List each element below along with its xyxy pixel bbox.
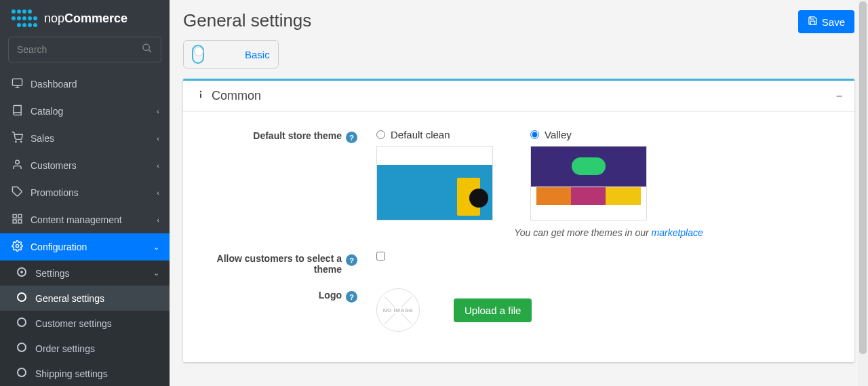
brand-logo[interactable]: nopCommerce bbox=[0, 0, 170, 37]
tags-icon bbox=[10, 186, 24, 199]
page-title: General settings bbox=[183, 10, 311, 31]
theme-option-valley[interactable]: Valley bbox=[530, 129, 647, 220]
svg-point-10 bbox=[22, 23, 26, 27]
chevron-left-icon: ‹ bbox=[157, 189, 159, 197]
svg-point-11 bbox=[28, 23, 32, 27]
nav-label: Order settings bbox=[35, 343, 95, 354]
sidebar-search[interactable] bbox=[8, 37, 161, 62]
svg-point-9 bbox=[17, 23, 21, 27]
nav-label: General settings bbox=[35, 293, 104, 304]
theme-preview-default-clean bbox=[376, 146, 493, 220]
nav-promotions[interactable]: Promotions‹ bbox=[0, 179, 170, 206]
book-icon bbox=[10, 104, 24, 118]
svg-point-18 bbox=[15, 141, 16, 142]
svg-point-19 bbox=[20, 141, 21, 142]
cart-icon bbox=[10, 132, 24, 145]
nav-order-settings[interactable]: Order settings bbox=[0, 336, 170, 361]
svg-point-20 bbox=[15, 160, 19, 164]
svg-rect-15 bbox=[12, 79, 22, 85]
label-default-theme: Default store theme bbox=[253, 130, 342, 141]
nav-configuration[interactable]: Configuration⌄ bbox=[0, 233, 170, 260]
theme-preview-valley bbox=[530, 146, 647, 220]
nav-label: Content management bbox=[31, 214, 122, 225]
svg-point-8 bbox=[33, 16, 37, 20]
svg-point-6 bbox=[22, 16, 26, 20]
theme-name: Valley bbox=[545, 129, 572, 140]
collapse-button[interactable]: − bbox=[836, 90, 842, 102]
nav-content-management[interactable]: Content management‹ bbox=[0, 206, 170, 233]
svg-point-26 bbox=[16, 244, 18, 247]
settings-mode-toggle[interactable]: Basic bbox=[183, 40, 279, 69]
no-image-placeholder: NO IMAGE bbox=[376, 288, 420, 332]
theme-option-default-clean[interactable]: Default clean bbox=[376, 129, 493, 220]
nav-label: Customer settings bbox=[35, 318, 112, 329]
brand-name: nopCommerce bbox=[44, 12, 127, 26]
save-button[interactable]: Save bbox=[798, 10, 854, 33]
main-content: General settings Save Basic Common − bbox=[170, 0, 868, 386]
radio-default-clean[interactable] bbox=[376, 130, 385, 139]
desktop-icon bbox=[10, 77, 24, 91]
circle-icon bbox=[15, 343, 28, 354]
nav-label: Configuration bbox=[31, 242, 87, 252]
upload-file-button[interactable]: Upload a file bbox=[454, 298, 532, 322]
info-icon bbox=[195, 89, 206, 103]
svg-line-14 bbox=[149, 50, 151, 52]
sidebar: nopCommerce Dashboard Catalog‹ Sales‹ Cu… bbox=[0, 0, 170, 386]
save-icon bbox=[808, 16, 818, 28]
radio-valley[interactable] bbox=[530, 130, 539, 139]
nav-general-settings[interactable]: General settings bbox=[0, 286, 170, 311]
panel-title: Common bbox=[195, 89, 261, 103]
svg-point-13 bbox=[143, 44, 149, 50]
svg-point-7 bbox=[28, 16, 32, 20]
mode-label: Basic bbox=[245, 49, 270, 60]
marketplace-link[interactable]: marketplace bbox=[652, 227, 703, 238]
nav-label: Sales bbox=[31, 133, 54, 144]
svg-point-12 bbox=[33, 23, 37, 27]
svg-point-4 bbox=[12, 16, 16, 20]
toggle-switch-icon bbox=[192, 45, 204, 64]
chevron-down-icon: ⌄ bbox=[153, 243, 159, 252]
nav-sales[interactable]: Sales‹ bbox=[0, 125, 170, 152]
nav-label: Promotions bbox=[31, 187, 79, 198]
search-input[interactable] bbox=[17, 44, 142, 55]
label-allow-select-theme: Allow customers to select a theme bbox=[206, 253, 342, 275]
help-icon[interactable]: ? bbox=[346, 254, 357, 266]
nav-label: Settings bbox=[35, 268, 70, 279]
nav-shipping-settings[interactable]: Shipping settings bbox=[0, 361, 170, 386]
nav-label: Dashboard bbox=[31, 79, 77, 90]
sidebar-nav: Dashboard Catalog‹ Sales‹ Customers‹ Pro… bbox=[0, 71, 170, 386]
save-label: Save bbox=[822, 16, 845, 28]
nav-settings[interactable]: Settings⌄ bbox=[0, 260, 170, 286]
svg-rect-22 bbox=[13, 214, 16, 218]
help-icon[interactable]: ? bbox=[346, 132, 357, 143]
label-logo: Logo bbox=[319, 290, 342, 301]
svg-point-1 bbox=[17, 9, 21, 14]
chevron-left-icon: ‹ bbox=[157, 161, 159, 170]
nav-label: Customers bbox=[31, 160, 77, 171]
scrollbar[interactable] bbox=[858, 0, 868, 386]
svg-point-27 bbox=[200, 91, 202, 93]
svg-rect-23 bbox=[18, 214, 21, 218]
cogs-icon bbox=[10, 240, 24, 254]
cubes-icon bbox=[10, 213, 24, 227]
nav-customer-settings[interactable]: Customer settings bbox=[0, 311, 170, 336]
search-icon bbox=[142, 43, 153, 56]
svg-rect-25 bbox=[13, 220, 16, 223]
svg-point-3 bbox=[28, 9, 32, 14]
help-icon[interactable]: ? bbox=[346, 291, 357, 303]
nav-dashboard[interactable]: Dashboard bbox=[0, 71, 170, 98]
nav-label: Catalog bbox=[31, 106, 63, 117]
checkbox-allow-select-theme[interactable] bbox=[376, 252, 385, 260]
nav-customers[interactable]: Customers‹ bbox=[0, 152, 170, 179]
marketplace-note: You can get more themes in our marketpla… bbox=[376, 227, 841, 238]
nav-catalog[interactable]: Catalog‹ bbox=[0, 98, 170, 125]
chevron-left-icon: ‹ bbox=[157, 216, 159, 224]
panel-common: Common − Default store theme ? Default c… bbox=[183, 79, 854, 362]
chevron-down-icon: ⌄ bbox=[153, 269, 159, 277]
circle-icon bbox=[15, 317, 28, 329]
chevron-left-icon: ‹ bbox=[157, 134, 159, 142]
svg-point-5 bbox=[17, 16, 21, 20]
nav-label: Shipping settings bbox=[35, 368, 108, 379]
circle-icon bbox=[15, 292, 28, 304]
chevron-left-icon: ‹ bbox=[157, 107, 159, 115]
